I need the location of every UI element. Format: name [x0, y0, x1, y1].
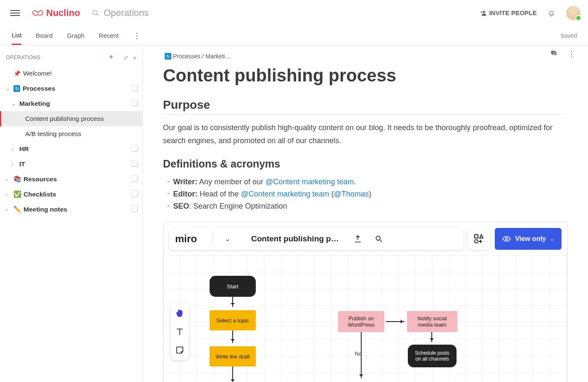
arrow	[232, 330, 233, 343]
tab-graph[interactable]: Graph	[67, 27, 84, 44]
svg-point-2	[483, 10, 485, 13]
text-tool-icon[interactable]	[173, 325, 186, 338]
miro-header: miro ⌄ Content publishing p…	[169, 228, 463, 250]
save-status: Saved	[560, 32, 577, 39]
upload-icon[interactable]	[353, 234, 363, 244]
sidebar-item-welcome[interactable]: 📌 Welcome!	[0, 66, 142, 81]
svg-rect-5	[475, 235, 478, 238]
expand-icon[interactable]: ⤢	[123, 54, 129, 61]
recycle-icon: ↻	[165, 53, 171, 60]
page-title[interactable]: Content publishing process	[163, 65, 568, 86]
copy-icon[interactable]	[132, 101, 138, 107]
miro-embed: miro ⌄ Content publishing p… View only ⌄	[163, 222, 568, 382]
node-start[interactable]: Start	[210, 276, 256, 297]
copy-icon[interactable]	[132, 161, 138, 167]
list-item[interactable]: Writer: Any member of our @Content marke…	[167, 176, 568, 188]
hand-tool-icon[interactable]	[173, 307, 186, 319]
heading-purpose[interactable]: Purpose	[163, 98, 568, 115]
miro-toolbar	[171, 304, 189, 360]
heading-definitions[interactable]: Definitions & acronyms	[163, 158, 568, 170]
sidebar: OPERATIONS + ⤢ « 📌 Welcome! ⌄ ↻ Processe…	[0, 45, 143, 382]
svg-point-7	[475, 240, 478, 243]
eye-icon	[502, 236, 511, 242]
copy-icon[interactable]	[132, 176, 138, 182]
svg-marker-6	[480, 235, 483, 238]
tab-list[interactable]: List	[12, 26, 21, 45]
list-item[interactable]: SEO: Search Engine Optimization	[167, 200, 568, 212]
svg-line-4	[380, 240, 382, 242]
pencil-icon: ✏️	[13, 206, 21, 213]
search-input[interactable]: Operations	[92, 8, 480, 18]
brand-logo[interactable]: Nuclino	[32, 8, 80, 18]
chevron-down-icon[interactable]: ⌄	[225, 235, 230, 242]
sidebar-item-marketing[interactable]: ⌄ Marketing	[0, 96, 142, 111]
arrow	[431, 332, 432, 342]
copy-icon[interactable]	[132, 146, 138, 152]
mention-content-team[interactable]: @Content marketing team	[241, 190, 329, 198]
collapse-icon[interactable]: «	[133, 54, 136, 61]
recycle-icon: ↻	[13, 85, 20, 92]
books-icon: 📚	[13, 175, 21, 183]
search-icon[interactable]	[374, 234, 384, 244]
sidebar-item-checklists[interactable]: ›✅ Checklists	[0, 187, 142, 202]
node-publish[interactable]: Publish on WordPress	[338, 311, 384, 332]
arrow	[386, 321, 404, 322]
invite-people-icon	[480, 10, 487, 16]
view-only-button[interactable]: View only ⌄	[495, 228, 562, 250]
notification-icon[interactable]	[548, 9, 555, 17]
svg-point-8	[506, 238, 508, 240]
breadcrumb[interactable]: ↻ Processes / Marketi…	[165, 53, 568, 60]
svg-point-3	[376, 236, 380, 241]
svg-point-0	[93, 10, 97, 15]
node-write-draft[interactable]: Write the draft	[210, 346, 256, 366]
purpose-text[interactable]: Our goal is to consistently publish high…	[163, 121, 568, 147]
comments-icon[interactable]	[550, 50, 558, 59]
definitions-list[interactable]: Writer: Any member of our @Content marke…	[167, 176, 568, 212]
topbar: Nuclino Operations INVITE PEOPLE	[0, 0, 588, 26]
tab-board[interactable]: Board	[36, 27, 52, 44]
search-placeholder: Operations	[104, 8, 149, 18]
miro-canvas[interactable]: Start Select a topic Write the draft Pub…	[163, 251, 567, 382]
sidebar-item-hr[interactable]: › HR	[0, 141, 142, 157]
add-item-button[interactable]: +	[109, 53, 113, 62]
view-tabs: List Board Graph Recent ⋮ Saved	[0, 26, 588, 45]
invite-button[interactable]: INVITE PEOPLE	[480, 9, 537, 16]
tab-recent[interactable]: Recent	[99, 27, 119, 44]
miro-logo[interactable]: miro	[175, 233, 197, 245]
check-icon: ✅	[13, 191, 21, 198]
sidebar-item-meeting-notes[interactable]: ›✏️ Meeting notes	[0, 202, 142, 217]
brand-text: Nuclino	[46, 8, 80, 18]
sidebar-item-it[interactable]: › IT	[0, 157, 142, 172]
mention-thomas[interactable]: @Thomas	[334, 190, 369, 198]
list-item[interactable]: Editor: Head of the @Content marketing t…	[167, 188, 568, 200]
copy-icon[interactable]	[132, 86, 138, 92]
sidebar-item-content-publishing[interactable]: Content publishing process	[0, 111, 142, 126]
miro-board-title[interactable]: Content publishing p…	[251, 234, 344, 243]
more-icon[interactable]: ⋮	[568, 50, 575, 59]
brain-icon	[32, 8, 44, 18]
tree: 📌 Welcome! ⌄ ↻ Processes ⌄ Marketing Con…	[0, 66, 142, 217]
arrow	[232, 297, 233, 307]
sidebar-title: OPERATIONS	[6, 55, 109, 60]
tabs-more-icon[interactable]: ⋮	[133, 31, 141, 40]
search-icon	[92, 9, 100, 17]
menu-icon[interactable]	[10, 8, 20, 18]
sidebar-item-resources[interactable]: ›📚 Resources	[0, 172, 142, 187]
sidebar-item-ab-testing[interactable]: A/B testing process	[0, 126, 142, 141]
node-select-topic[interactable]: Select a topic	[210, 310, 256, 330]
node-schedule[interactable]: Schedule posts on all channels	[408, 345, 457, 367]
sticky-tool-icon[interactable]	[173, 344, 186, 356]
main-content: ⋮ ↻ Processes / Marketi… Content publish…	[143, 45, 588, 382]
shapes-button[interactable]	[468, 228, 490, 250]
invite-label: INVITE PEOPLE	[489, 9, 537, 16]
copy-icon[interactable]	[132, 207, 138, 212]
svg-line-1	[97, 14, 99, 16]
decision-label-no: No	[355, 351, 362, 357]
mention-content-team[interactable]: @Content marketing team	[265, 178, 354, 186]
sidebar-item-processes[interactable]: ⌄ ↻ Processes	[0, 81, 142, 96]
chevron-down-icon: ⌄	[550, 236, 554, 242]
node-notify[interactable]: Notify social media team	[407, 311, 457, 332]
copy-icon[interactable]	[132, 191, 138, 197]
arrow	[232, 366, 233, 382]
avatar[interactable]	[566, 6, 580, 20]
